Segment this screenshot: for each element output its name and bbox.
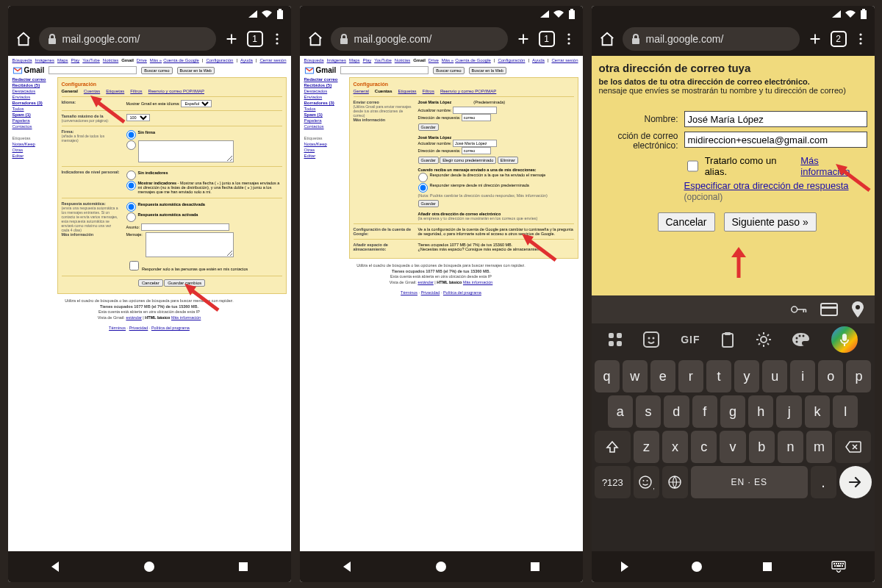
gif-button[interactable]: GIF (681, 334, 700, 345)
key[interactable]: x (662, 431, 688, 463)
next-step-button[interactable]: Siguiente paso » (724, 212, 817, 232)
tabs-button[interactable]: 1 (539, 31, 555, 47)
key[interactable]: d (664, 395, 689, 428)
key[interactable]: h (748, 395, 773, 428)
search-web-button[interactable]: Buscar en la Web (177, 67, 215, 74)
autoreply-on-radio[interactable] (126, 212, 136, 222)
save-button[interactable]: Guardar (418, 123, 439, 131)
back-icon[interactable] (340, 560, 354, 573)
emoji-key[interactable]: , (634, 466, 659, 498)
search-web-button[interactable]: Buscar en la Web (469, 67, 506, 74)
key[interactable]: w (623, 360, 648, 392)
key[interactable]: e (650, 360, 675, 392)
new-tab-icon[interactable] (515, 31, 531, 47)
email-input[interactable] (684, 132, 867, 148)
key[interactable]: o (818, 360, 843, 392)
autoreply-subject-input[interactable] (141, 223, 229, 231)
pagesize-select[interactable]: 100 (126, 114, 150, 121)
reply-addr-input-2[interactable] (462, 147, 491, 154)
signature-text-radio[interactable] (126, 140, 136, 150)
backspace-key[interactable] (835, 431, 871, 463)
save-button[interactable]: Guardar (418, 157, 439, 164)
autoreply-body-textarea[interactable] (146, 232, 234, 257)
key[interactable]: s (636, 395, 661, 428)
recents-icon[interactable] (528, 560, 542, 573)
recents-icon[interactable] (237, 560, 250, 573)
gmail-sidebar[interactable]: Redactar correoRecibidos (5)DestacadosEn… (304, 77, 345, 259)
update-name-input-2[interactable] (453, 140, 497, 147)
cancel-button[interactable]: Cancelar (138, 279, 163, 287)
key[interactable]: m (806, 431, 832, 463)
recents-icon[interactable] (761, 560, 774, 573)
url-bar[interactable]: mail.google.com/ (623, 27, 800, 51)
key[interactable]: i (790, 360, 815, 392)
search-input[interactable] (49, 66, 137, 74)
back-icon[interactable] (620, 560, 633, 573)
search-mail-button[interactable]: Buscar correo (141, 67, 172, 74)
home-icon[interactable] (434, 560, 448, 573)
no-indicators-radio[interactable] (126, 171, 136, 180)
key[interactable]: k (805, 395, 830, 428)
back-icon[interactable] (49, 560, 62, 573)
alias-checkbox[interactable] (687, 160, 698, 172)
update-name-input[interactable] (453, 107, 497, 114)
contacts-only-checkbox[interactable] (129, 261, 139, 270)
key[interactable]: a (608, 395, 633, 428)
show-indicators-radio[interactable] (126, 181, 136, 190)
home-icon[interactable] (307, 31, 323, 47)
credit-card-icon[interactable] (820, 303, 838, 316)
key[interactable]: y (734, 360, 759, 392)
palette-icon[interactable] (792, 332, 810, 347)
period-key[interactable]: . (811, 466, 836, 498)
reply-addr-input[interactable] (462, 114, 491, 121)
password-key-icon[interactable] (791, 304, 807, 315)
language-key[interactable] (662, 466, 688, 498)
android-nav-bar[interactable] (8, 551, 291, 582)
key[interactable]: b (749, 431, 775, 463)
key[interactable]: v (720, 431, 745, 463)
language-select[interactable]: Español (181, 100, 212, 107)
account-links[interactable]: Cuenta de Google|Configuración|Ayuda|Cer… (163, 58, 286, 62)
save-button[interactable]: Guardar (418, 200, 439, 207)
key[interactable]: p (846, 360, 871, 392)
key[interactable]: r (678, 360, 703, 392)
menu-icon[interactable] (270, 32, 284, 46)
reply-from-recv-radio[interactable] (418, 173, 428, 182)
make-default-button[interactable]: Elegir como predeterminado (440, 157, 496, 164)
new-tab-icon[interactable] (223, 31, 240, 47)
android-nav-bar[interactable] (592, 551, 875, 582)
mic-button[interactable] (831, 326, 858, 353)
key[interactable]: u (762, 360, 787, 392)
home-icon[interactable] (599, 31, 615, 47)
menu-icon[interactable] (854, 32, 867, 46)
reply-from-default-radio[interactable] (418, 183, 428, 193)
hide-keyboard-icon[interactable] (831, 561, 846, 573)
keyboard-suggestion-row[interactable]: GIF (592, 323, 875, 356)
key[interactable]: g (720, 395, 745, 428)
keyboard[interactable]: GIF q w e r t y u i o p (592, 295, 875, 551)
signature-none-radio[interactable] (126, 130, 136, 140)
android-nav-bar[interactable] (300, 551, 583, 582)
key[interactable]: n (778, 431, 803, 463)
grid-icon[interactable] (608, 332, 623, 347)
name-input[interactable] (684, 111, 867, 127)
more-info-link[interactable]: Más información (800, 155, 867, 177)
search-mail-button[interactable]: Buscar correo (433, 67, 464, 74)
account-links[interactable]: Cuenta de Google|Configuración|Ayuda|Cer… (455, 58, 578, 62)
key[interactable]: j (776, 395, 801, 428)
key[interactable]: c (691, 431, 717, 463)
signature-textarea[interactable] (138, 140, 234, 162)
search-input[interactable] (340, 66, 429, 74)
home-icon[interactable] (15, 31, 32, 47)
menu-icon[interactable] (562, 32, 576, 46)
save-button[interactable]: Guardar cambios (164, 279, 205, 287)
delete-button[interactable]: Eliminar (498, 157, 518, 164)
settings-tabs[interactable]: General Cuentas Etiquetas Filtros Reenví… (354, 89, 574, 93)
sticker-icon[interactable] (643, 331, 659, 348)
google-services-links[interactable]: BúsquedaImágenesMapsPlayYouTubeNoticiasG… (12, 58, 162, 62)
cancel-button[interactable]: Cancelar (658, 212, 715, 232)
home-icon[interactable] (143, 560, 156, 573)
key[interactable]: q (595, 360, 620, 392)
autoreply-off-radio[interactable] (126, 202, 136, 212)
shift-key[interactable] (595, 431, 631, 463)
